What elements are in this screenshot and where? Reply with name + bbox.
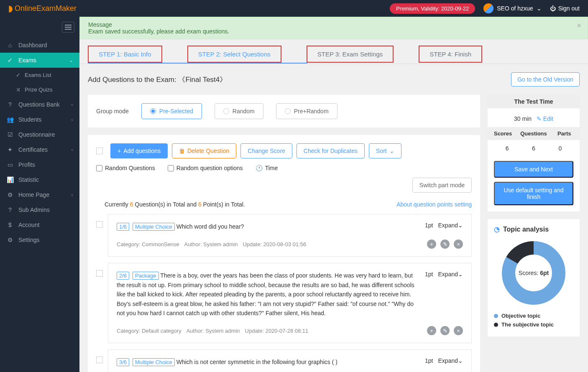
radio-label: Pre+Random: [294, 108, 329, 115]
power-icon: ⏻: [550, 5, 556, 12]
sidebar: ⌂ Dashboard ✓ Exams ⌄ ✓ Exams List ⤭ Pri…: [0, 17, 79, 372]
option-label: Time: [265, 165, 278, 171]
save-and-next-button[interactable]: Save and Next: [494, 161, 573, 178]
expand-button[interactable]: Expand⌄: [438, 357, 463, 364]
sidebar-item-settings[interactable]: ⚙ Settings: [0, 232, 79, 247]
sidebar-subitem-prize-quizs[interactable]: ⤭ Prize Quizs: [0, 82, 79, 97]
chevron-down-icon: ⌄: [537, 5, 542, 12]
steps-tabs: STEP 1: Basic Info STEP 2: Select Questi…: [79, 39, 588, 63]
test-time-panel: The Test Time 30 min ✎ Edit Scores Quest…: [488, 95, 580, 211]
delete-question-button[interactable]: 🗑 Delete Question: [172, 143, 236, 158]
edit-icon[interactable]: ✎: [440, 326, 450, 335]
switch-part-mode-button[interactable]: Switch part mode: [412, 178, 472, 193]
sidebar-item-students[interactable]: 👥 Students ‹: [0, 112, 79, 127]
tab-step2[interactable]: STEP 2: Select Questions: [187, 46, 281, 63]
question-checkbox[interactable]: [96, 357, 103, 363]
checkbox-input[interactable]: [96, 165, 102, 171]
tab-step1[interactable]: STEP 1: Basic Info: [88, 46, 162, 63]
checkbox-input[interactable]: [168, 165, 174, 171]
question-points: 1pt: [425, 271, 433, 278]
tab-step4[interactable]: STEP 4: Finish: [419, 46, 482, 63]
sidebar-item-label: Account: [18, 222, 40, 228]
radio-random[interactable]: Random: [215, 103, 263, 119]
question-type-tag: Multiple Choice: [133, 358, 175, 366]
question-icon: ?: [7, 101, 13, 108]
question-text: Which word did you hear?: [176, 223, 244, 230]
sidebar-toggle[interactable]: [0, 17, 79, 38]
sidebar-item-home-page[interactable]: ⚙ Home Page ‹: [0, 187, 79, 202]
question-text: Which is not center symmetric in the fol…: [176, 359, 337, 365]
close-icon[interactable]: ×: [577, 21, 581, 30]
question-card: 3/6 Multiple Choice Which is not center …: [108, 349, 472, 372]
sidebar-item-label: Statistic: [18, 176, 39, 183]
tab-step3[interactable]: STEP 3: Exam Settings: [307, 46, 394, 63]
sidebar-item-questions-bank[interactable]: ? Questions Bank ‹: [0, 97, 79, 112]
use-default-button[interactable]: Use default setting and finish: [494, 182, 573, 205]
edit-icon[interactable]: ✎: [440, 240, 450, 249]
radio-label: Pre-Selected: [159, 108, 193, 115]
chevron-left-icon: ‹: [72, 117, 73, 122]
options-row: Random Questions Random question options…: [96, 165, 472, 171]
expand-button[interactable]: Expand⌄: [438, 271, 463, 278]
delete-icon[interactable]: ×: [454, 240, 463, 249]
exam-name: 《Final Test4》: [178, 76, 227, 84]
sidebar-item-exams[interactable]: ✓ Exams ⌄: [0, 53, 79, 68]
button-label: Add questions: [123, 148, 161, 154]
button-label: Sort: [376, 148, 387, 154]
chevron-down-icon: ⌄: [389, 148, 394, 154]
topbar: ◗ OnlineExamMaker Premium, Validity: 202…: [0, 0, 588, 17]
sidebar-item-account[interactable]: $ Account: [0, 217, 79, 232]
add-icon[interactable]: +: [427, 240, 436, 249]
edit-time-link[interactable]: ✎ Edit: [537, 115, 553, 122]
question-text: There is a boy, over the years has been …: [117, 272, 414, 316]
expand-button[interactable]: Expand⌄: [438, 222, 463, 229]
sidebar-item-label: Questionnaire: [18, 131, 55, 138]
question-points: 1pt: [425, 357, 433, 364]
select-all-checkbox[interactable]: [96, 148, 103, 154]
add-icon[interactable]: +: [427, 326, 436, 335]
time-option[interactable]: 🕐 Time: [256, 165, 278, 171]
about-points-link[interactable]: About question points setting: [396, 201, 472, 208]
change-score-button[interactable]: Change Score: [240, 143, 292, 158]
question-checkbox[interactable]: [96, 270, 103, 277]
sidebar-item-statistic[interactable]: 📊 Statistic: [0, 172, 79, 187]
radio-icon: [150, 108, 156, 114]
old-version-button[interactable]: Go to the Old Version: [511, 72, 580, 87]
stats-questions-header: Questions: [518, 130, 549, 137]
sidebar-item-certificates[interactable]: ✦ Certificates ‹: [0, 142, 79, 157]
random-options-checkbox[interactable]: Random question options: [168, 165, 243, 171]
chevron-down-icon: ⌄: [458, 222, 463, 229]
sidebar-item-profits[interactable]: ▭ Profits: [0, 157, 79, 172]
donut-chart: Scores: 6pt: [500, 240, 567, 306]
logo-icon: ◗: [8, 3, 13, 13]
sidebar-item-sub-admins[interactable]: ? Sub Admins: [0, 202, 79, 217]
sidebar-subitem-label: Prize Quizs: [25, 87, 52, 93]
sidebar-subitem-exams-list[interactable]: ✓ Exams List: [0, 68, 79, 82]
radio-pre-random[interactable]: Pre+Random: [276, 103, 337, 119]
question-number: 2/6: [117, 272, 129, 280]
dollar-icon: $: [7, 222, 13, 228]
sidebar-item-questionnaire[interactable]: ☑ Questionnaire: [0, 127, 79, 142]
radio-pre-selected[interactable]: Pre-Selected: [141, 103, 202, 119]
test-time-header: The Test Time: [488, 95, 580, 108]
questions-panel: + Add questions 🗑 Delete Question Change…: [88, 135, 480, 372]
stats-questions-value: 6: [520, 145, 547, 152]
add-questions-button[interactable]: + Add questions: [110, 143, 168, 158]
user-menu[interactable]: SEO of hzxue ⌄: [483, 3, 541, 13]
question-type-tag: Package: [133, 272, 159, 280]
random-questions-checkbox[interactable]: Random Questions: [96, 165, 155, 171]
sidebar-item-dashboard[interactable]: ⌂ Dashboard: [0, 38, 79, 53]
check-duplicates-button[interactable]: Check for Duplicates: [297, 143, 365, 158]
sort-button[interactable]: Sort ⌄: [369, 143, 401, 158]
chevron-down-icon: ⌄: [458, 271, 463, 278]
delete-icon[interactable]: ×: [454, 326, 463, 335]
logo-text: OnlineExamMaker: [15, 4, 77, 13]
logo[interactable]: ◗ OnlineExamMaker: [8, 3, 77, 13]
premium-badge: Premium, Validity: 2020-09-22: [390, 3, 475, 14]
plus-icon: +: [118, 148, 121, 154]
question-checkbox[interactable]: [96, 221, 103, 228]
question-update: Update: 2020-07-28 08:11: [245, 328, 309, 334]
certificate-icon: ✦: [7, 146, 13, 153]
signout-button[interactable]: ⏻ Sign out: [550, 5, 580, 12]
legend-item: The subjective topic: [494, 321, 573, 328]
